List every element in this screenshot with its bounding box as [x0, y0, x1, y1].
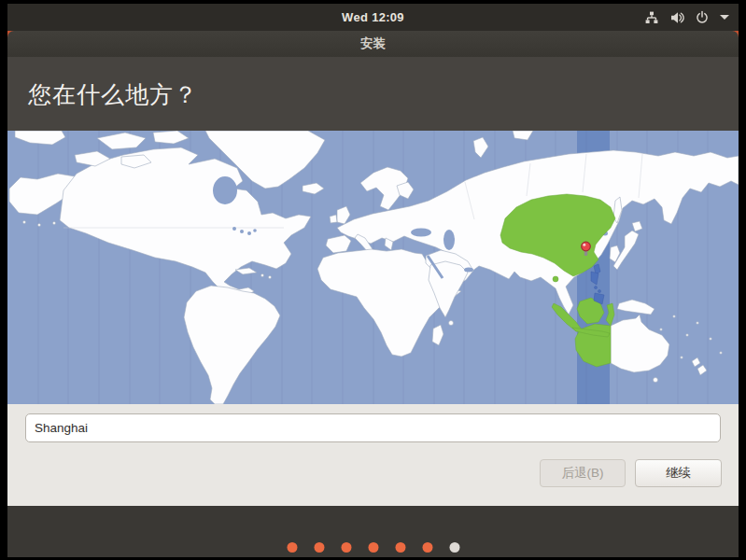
window-titlebar[interactable]: 安装: [7, 31, 739, 57]
bottom-strip: [7, 506, 739, 557]
progress-dot: [368, 542, 378, 553]
timezone-map[interactable]: [7, 131, 739, 404]
button-row: 后退(B) 继续: [540, 459, 722, 487]
network-icon[interactable]: [644, 10, 659, 25]
screen: Wed 12:09: [0, 0, 746, 560]
volume-icon[interactable]: [669, 10, 684, 25]
system-tray[interactable]: [644, 4, 733, 31]
power-icon[interactable]: [695, 10, 710, 25]
progress-dots: [287, 542, 459, 553]
progress-dot: [449, 542, 459, 553]
form-area: 后退(B) 继续: [7, 404, 739, 506]
world-map[interactable]: [7, 131, 739, 404]
chevron-down-icon[interactable]: [720, 15, 729, 20]
continue-button[interactable]: 继续: [635, 459, 722, 487]
heading-area: 您在什么地方？: [7, 57, 739, 131]
progress-dot: [341, 542, 351, 553]
clock[interactable]: Wed 12:09: [7, 4, 739, 31]
page-title: 您在什么地方？: [28, 79, 198, 110]
progress-dot: [422, 542, 432, 553]
progress-dot: [314, 542, 324, 553]
progress-dot: [395, 542, 405, 553]
back-button[interactable]: 后退(B): [540, 459, 626, 487]
progress-dot: [287, 542, 297, 553]
timezone-input[interactable]: [25, 413, 721, 442]
top-bar: Wed 12:09: [7, 4, 739, 31]
window-title: 安装: [360, 35, 386, 52]
